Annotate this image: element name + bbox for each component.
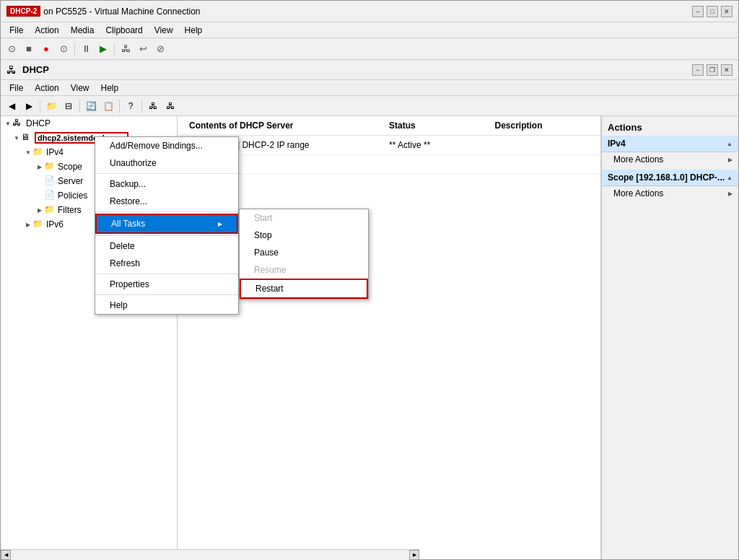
dhcp-maximize-btn[interactable]: ❐ [707,64,718,76]
dhcp-minimize-btn[interactable]: − [692,64,704,76]
context-menu: Add/Remove Bindings... Unauthorize Backu… [95,136,239,315]
ctx-refresh[interactable]: Refresh [95,255,238,272]
folder-icon: 📁 [46,101,57,111]
col-header-description[interactable]: Description [489,119,595,132]
ctx-label-bindings: Add/Remove Bindings... [110,141,203,151]
ctx-properties[interactable]: Properties [95,276,238,293]
properties-icon: ⊟ [65,101,72,111]
dhcp-toolbar-sep4 [141,100,142,113]
dhcp-toolbar-btn9[interactable]: 🖧 [162,98,178,114]
dhcp-toolbar-sep1 [40,100,40,113]
submenu-label-resume: Resume [254,265,287,275]
vm-toolbar-btn9[interactable]: ⊘ [152,41,168,57]
actions-scope-label: Scope [192.168.1.0] DHCP-... [608,172,725,183]
submenu-resume: Resume [240,261,368,279]
submenu-stop[interactable]: Stop [240,227,368,244]
ctx-arrow-all-tasks: ▶ [218,221,222,227]
dhcp-menu-view[interactable]: View [65,82,95,95]
ctx-sep-4 [95,274,238,274]
vm-toolbar-icon4: ⊙ [60,43,68,54]
submenu-start: Start [240,209,368,227]
actions-more-actions-ipv4[interactable]: More Actions ▶ [602,152,738,167]
dhcp-menubar: File Action View Help [1,80,738,96]
tree-dhcp-root[interactable]: ▼ 🖧 DHCP [1,116,177,131]
vm-win-controls: − □ ✕ [692,6,733,17]
vm-toolbar-btn6[interactable]: ▶ [95,41,111,57]
ctx-label-unauthorize: Unauthorize [110,158,157,168]
vm-toolbar-btn4[interactable]: ⊙ [56,41,71,57]
dhcp-toolbar-btn8[interactable]: 🖧 [145,98,161,114]
vm-close-btn[interactable]: ✕ [721,6,733,17]
dhcp-toolbar-btn5[interactable]: 🔄 [83,98,99,114]
col-header-contents[interactable]: Contents of DHCP Server [183,119,383,132]
table-row[interactable]: [192.168.1.0] DHCP-2 IP range ** Active … [178,136,600,155]
vm-toolbar-btn1[interactable]: ⊙ [4,41,19,57]
dhcp-menu-help[interactable]: Help [95,82,125,95]
vm-menu-file[interactable]: File [4,24,29,37]
vm-toolbar-icon2: ■ [26,43,32,54]
vm-toolbar-icon6: ▶ [100,43,107,54]
actions-ipv4-label: IPv4 [608,139,626,149]
tree-label-ipv4: IPv4 [46,147,64,157]
vm-menu-help[interactable]: Help [179,24,209,37]
scroll-track[interactable] [178,550,409,560]
scroll-right-btn[interactable]: ▶ [409,550,419,560]
table-row[interactable]: tions [178,155,600,175]
ctx-help[interactable]: Help [95,297,238,314]
ctx-add-remove-bindings[interactable]: Add/Remove Bindings... [95,137,238,154]
ctx-label-delete: Delete [110,241,135,251]
dhcp-toolbar-sep2 [79,100,80,113]
ctx-backup[interactable]: Backup... [95,175,238,193]
dhcp-toolbar-back[interactable]: ◀ [4,98,19,114]
vm-toolbar-btn7[interactable]: 🖧 [118,41,134,57]
ctx-sep-2 [95,211,238,212]
ctx-delete[interactable]: Delete [95,237,238,255]
actions-scope-arrow: ▲ [727,175,733,181]
dhcp-toolbar: ◀ ▶ 📁 ⊟ 🔄 📋 ? � [1,96,738,116]
vm-title-text: on PC5525 - Virtual Machine Connection [43,6,692,17]
h-scrollbar[interactable]: ◀ ▶ [178,549,419,559]
actions-more-actions-scope[interactable]: More Actions ▶ [602,186,738,201]
vm-menu-view[interactable]: View [149,24,179,37]
ctx-restore[interactable]: Restore... [95,193,238,210]
ctx-label-properties: Properties [110,279,149,289]
dhcp-toolbar-help[interactable]: ? [123,98,139,114]
all-tasks-submenu: Start Stop Pause Resume Restart [239,209,369,299]
vm-minimize-btn[interactable]: − [692,6,704,17]
vm-menubar: File Action Media Clipboard View Help [1,22,738,38]
tree-icon-server-opts: 📄 [44,175,56,187]
tree-icon-server: 🖥 [21,132,32,144]
submenu-label-start: Start [254,213,272,223]
vm-menu-media[interactable]: Media [65,24,100,37]
vm-toolbar-sep1 [74,43,75,56]
middle-panel: Contents of DHCP Server Status Descripti… [178,116,601,559]
dhcp-toolbar-fwd[interactable]: ▶ [21,98,37,114]
ctx-label-help: Help [110,300,128,310]
ctx-unauthorize[interactable]: Unauthorize [95,154,238,172]
actions-section-ipv4[interactable]: IPv4 ▲ [602,136,738,152]
vm-toolbar-icon7: 🖧 [121,43,131,54]
dhcp-toolbar-sep3 [119,100,120,113]
dhcp-close-btn[interactable]: ✕ [721,64,733,76]
submenu-restart[interactable]: Restart [240,279,368,299]
vm-toolbar-btn5[interactable]: ⏸ [78,41,94,57]
vm-menu-clipboard[interactable]: Clipboard [100,24,148,37]
dhcp-toolbar-btn6[interactable]: 📋 [100,98,116,114]
dhcp-toolbar-btn3[interactable]: 📁 [43,98,59,114]
dhcp-toolbar-btn4[interactable]: ⊟ [61,98,76,114]
submenu-pause[interactable]: Pause [240,244,368,261]
actions-section-scope[interactable]: Scope [192.168.1.0] DHCP-... ▲ [602,170,738,186]
vm-maximize-btn[interactable]: □ [707,6,718,17]
vm-toolbar-btn3[interactable]: ● [38,41,54,57]
refresh-icon: 🔄 [86,101,97,111]
ctx-all-tasks[interactable]: All Tasks ▶ [95,214,238,234]
ctx-label-restore: Restore... [110,196,147,206]
col-header-status[interactable]: Status [383,119,489,132]
right-panel: Actions IPv4 ▲ More Actions ▶ Scope [192… [601,116,738,559]
vm-toolbar-icon8: ↩ [139,43,147,54]
vm-toolbar-btn2[interactable]: ■ [21,41,37,57]
vm-toolbar-btn8[interactable]: ↩ [135,41,151,57]
dhcp-menu-action[interactable]: Action [29,82,64,95]
vm-menu-action[interactable]: Action [29,24,64,37]
dhcp-menu-file[interactable]: File [4,82,29,95]
